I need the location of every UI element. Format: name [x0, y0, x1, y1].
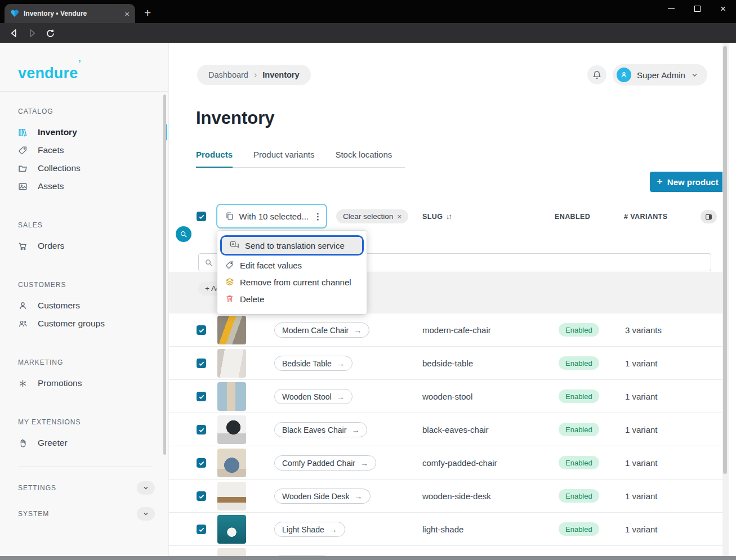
close-icon: × — [397, 212, 402, 221]
new-tab-button[interactable]: + — [144, 7, 151, 19]
kebab-menu-icon[interactable]: ⋮ — [314, 215, 320, 218]
product-name-link[interactable]: Black Eaves Chair → — [274, 422, 367, 437]
product-table-body: Modern Cafe Chair → modern-cafe-chair En… — [169, 313, 723, 556]
search-toggle-button[interactable] — [176, 226, 191, 242]
sidebar-item-collections[interactable]: Collections — [18, 159, 155, 177]
row-checkbox[interactable] — [197, 458, 206, 468]
product-thumbnail[interactable] — [217, 415, 246, 444]
browser-tab[interactable]: Inventory • Vendure × — [5, 4, 135, 23]
new-product-button[interactable]: + New product — [650, 172, 725, 192]
product-name-link[interactable]: Wooden Side Desk → — [274, 489, 371, 504]
tab-close-icon[interactable]: × — [124, 10, 130, 18]
forward-icon[interactable] — [25, 26, 39, 40]
layers-icon — [225, 277, 234, 286]
sidebar-section-settings[interactable]: SETTINGS — [18, 475, 155, 501]
product-thumbnail[interactable] — [217, 382, 246, 411]
reload-icon[interactable] — [43, 26, 57, 40]
product-thumbnail[interactable] — [217, 449, 246, 477]
row-checkbox[interactable] — [197, 392, 206, 401]
sidebar-scrollbar[interactable] — [163, 95, 166, 455]
column-header-variants: # VARIANTS — [624, 213, 667, 221]
tab-product-variants[interactable]: Product variants — [253, 146, 314, 167]
user-name: Super Admin — [637, 70, 685, 80]
notifications-button[interactable] — [587, 65, 606, 84]
menu-item-remove-from-channel[interactable]: Remove from current channel — [217, 274, 367, 290]
maximize-button[interactable] — [684, 0, 710, 17]
nav-section-my-extensions: MY EXTENSIONS — [18, 418, 155, 426]
user-menu[interactable]: Super Admin — [613, 64, 707, 86]
close-button[interactable]: × — [710, 0, 736, 17]
table-row: Bedside Table → bedside-table Enabled 1 … — [169, 347, 723, 380]
svg-text:A: A — [231, 242, 234, 246]
product-thumbnail[interactable] — [217, 515, 246, 544]
product-name-link[interactable]: Bedside Table → — [274, 356, 353, 371]
table-row: Modern Cafe Chair → modern-cafe-chair En… — [169, 313, 723, 347]
menu-item-delete[interactable]: Delete — [217, 290, 367, 307]
back-icon[interactable] — [7, 26, 21, 40]
product-thumbnail[interactable] — [217, 316, 246, 344]
sidebar-item-orders[interactable]: Orders — [18, 237, 155, 255]
product-name-link[interactable]: Light Shade → — [274, 522, 345, 537]
vendure-logo: vendure — [18, 59, 81, 82]
column-header-slug[interactable]: SLUG — [422, 213, 453, 221]
breadcrumb-chevron-icon: › — [254, 70, 257, 80]
product-slug: modern-cafe-chair — [422, 325, 491, 335]
breadcrumb-inventory[interactable]: Inventory — [262, 70, 299, 79]
trash-icon — [225, 294, 234, 303]
sidebar-item-customer-groups[interactable]: Customer groups — [18, 315, 155, 333]
product-name-link[interactable]: Modern Cafe Chair → — [274, 322, 369, 338]
main-content: Dashboard › Inventory Super Admin Invent… — [169, 43, 729, 556]
favicon-vendure-heart-icon — [10, 9, 19, 18]
row-checkbox[interactable] — [197, 525, 206, 534]
chevron-down-icon[interactable] — [137, 507, 155, 521]
tab-stock-locations[interactable]: Stock locations — [335, 146, 392, 167]
sidebar-item-customers[interactable]: Customers — [18, 297, 155, 315]
scrollbar-thumb[interactable] — [723, 46, 727, 474]
bulk-actions-button[interactable]: With 10 selected... ⋮ — [216, 204, 327, 229]
product-slug: bedside-table — [422, 359, 473, 368]
product-name-link[interactable]: Wooden Stool → — [274, 389, 353, 404]
sort-icon[interactable] — [445, 213, 453, 221]
check-icon — [198, 526, 205, 533]
tab-products[interactable]: Products — [196, 146, 233, 168]
browser-tab-bar: Inventory • Vendure × + × — [0, 0, 736, 23]
arrow-right-icon: → — [360, 459, 368, 468]
variant-count: 1 variant — [625, 359, 658, 368]
column-settings-button[interactable] — [701, 210, 717, 223]
minimize-button[interactable] — [658, 0, 684, 17]
hand-wave-icon — [18, 438, 28, 448]
product-thumbnail[interactable] — [217, 349, 246, 378]
variant-count: 1 variant — [625, 491, 658, 501]
variant-count: 1 variant — [625, 425, 658, 434]
row-checkbox[interactable] — [197, 325, 206, 335]
sidebar-item-facets[interactable]: Facets — [18, 141, 155, 159]
menu-item-send-to-translation[interactable]: A Send to translation service — [222, 237, 362, 254]
product-thumbnail[interactable] — [217, 482, 246, 510]
row-checkbox[interactable] — [197, 491, 206, 501]
row-checkbox[interactable] — [197, 425, 206, 434]
sidebar-separator — [18, 467, 153, 467]
sidebar-item-inventory[interactable]: Inventory — [18, 123, 155, 141]
sidebar-item-greeter[interactable]: Greeter — [18, 434, 155, 452]
product-thumbnail[interactable] — [217, 548, 246, 556]
page-scrollbar[interactable] — [722, 43, 729, 556]
breadcrumb-dashboard[interactable]: Dashboard — [208, 70, 248, 79]
sidebar-item-assets[interactable]: Assets — [18, 177, 155, 195]
product-slug: light-shade — [422, 525, 463, 534]
row-checkbox[interactable] — [197, 359, 206, 368]
sidebar: vendure CATALOG Inventory Facets Col — [0, 43, 169, 556]
select-all-checkbox[interactable] — [197, 212, 206, 221]
menu-item-edit-facet-values[interactable]: Edit facet values — [217, 257, 367, 274]
breadcrumb[interactable]: Dashboard › Inventory — [197, 65, 311, 85]
page-title: Inventory — [196, 108, 275, 128]
check-icon — [198, 393, 205, 400]
product-name-link[interactable]: Comfy Padded Chair → — [274, 455, 376, 471]
product-slug: wooden-stool — [422, 392, 472, 401]
clear-selection-chip[interactable]: Clear selection × — [336, 209, 408, 223]
sidebar-item-promotions[interactable]: Promotions — [18, 374, 155, 392]
arrow-right-icon: → — [337, 359, 345, 368]
sidebar-section-system[interactable]: SYSTEM — [18, 501, 155, 527]
chevron-down-icon[interactable] — [137, 481, 155, 495]
plus-icon: + — [657, 176, 663, 188]
check-icon — [198, 213, 205, 220]
